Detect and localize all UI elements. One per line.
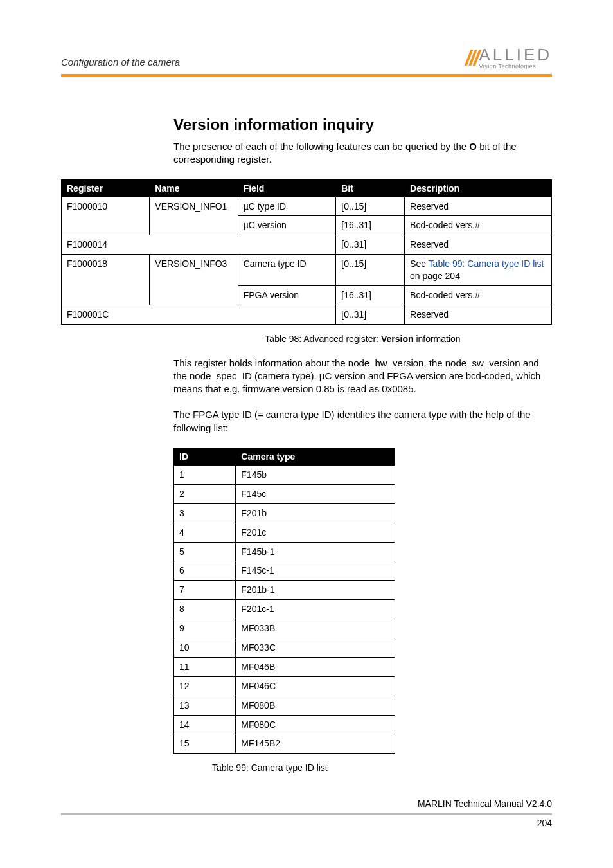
footer-rule <box>61 813 552 815</box>
cell-name <box>150 216 238 235</box>
cell-camera-type: F201c <box>236 523 395 542</box>
header-rule <box>61 74 552 77</box>
cell-camera-type: MF080C <box>236 715 395 734</box>
cell-camera-type: F145c-1 <box>236 561 395 581</box>
intro-pre: The presence of each of the following fe… <box>173 141 469 152</box>
cell-field: Camera type ID <box>238 255 336 286</box>
cell-id: 13 <box>174 696 236 715</box>
cell-id: 5 <box>174 542 236 561</box>
th-id: ID <box>174 448 236 465</box>
logo-sub-text: Vision Technologies <box>479 64 552 69</box>
table-row: 11MF046B <box>174 657 395 676</box>
cell-id: 2 <box>174 484 236 503</box>
cell-camera-type: MF145B2 <box>236 734 395 754</box>
caption-bold: Version <box>381 334 414 344</box>
th-register: Register <box>62 179 150 197</box>
cell-camera-type: F201c-1 <box>236 600 395 619</box>
page-header: Configuration of the camera /// ALLIED V… <box>61 45 552 70</box>
table-row: F100001C [0..31] Reserved <box>62 305 552 324</box>
cell-desc: Bcd-coded vers.# <box>405 285 552 305</box>
logo: /// ALLIED Vision Technologies <box>465 45 552 70</box>
camera-type-table: ID Camera type 1F145b2F145c3F201b4F201c5… <box>173 448 395 754</box>
table-row: 3F201b <box>174 503 395 523</box>
logo-slashes-icon: /// <box>465 45 477 70</box>
footer-text: MARLIN Technical Manual V2.4.0 <box>61 799 552 809</box>
cell-id: 10 <box>174 638 236 658</box>
cross-reference-link[interactable]: Table 99: Camera type ID list <box>429 258 544 269</box>
table-row: µC version [16..31] Bcd-coded vers.# <box>62 216 552 235</box>
cell-register: F100001C <box>62 305 336 324</box>
cell-id: 3 <box>174 503 236 523</box>
desc-pre: See <box>410 258 429 269</box>
table-row: FPGA version [16..31] Bcd-coded vers.# <box>62 285 552 305</box>
table-row: 14MF080C <box>174 715 395 734</box>
table-header-row: ID Camera type <box>174 448 395 465</box>
table-row: 13MF080B <box>174 696 395 715</box>
cell-bit: [16..31] <box>336 216 405 235</box>
th-name: Name <box>150 179 238 197</box>
intro-paragraph: The presence of each of the following fe… <box>173 140 552 167</box>
cell-desc: Reserved <box>405 305 552 324</box>
table-header-row: Register Name Field Bit Description <box>62 179 552 197</box>
cell-desc: Reserved <box>405 197 552 216</box>
cell-id: 12 <box>174 676 236 696</box>
cell-name: VERSION_INFO3 <box>150 255 238 286</box>
cell-field: µC version <box>238 216 336 235</box>
th-field: Field <box>238 179 336 197</box>
table-row: 9MF033B <box>174 619 395 638</box>
cell-bit: [0..31] <box>336 235 405 255</box>
cell-register <box>62 285 150 305</box>
caption-pre: Table 98: Advanced register: <box>265 334 381 344</box>
cell-id: 8 <box>174 600 236 619</box>
th-camera-type: Camera type <box>236 448 395 465</box>
cell-field: µC type ID <box>238 197 336 216</box>
cell-id: 1 <box>174 465 236 484</box>
table-row: 10MF033C <box>174 638 395 658</box>
cell-id: 14 <box>174 715 236 734</box>
page-title: Version information inquiry <box>173 116 552 134</box>
cell-bit: [0..31] <box>336 305 405 324</box>
cell-camera-type: MF046B <box>236 657 395 676</box>
cell-id: 4 <box>174 523 236 542</box>
cell-id: 15 <box>174 734 236 754</box>
table-row: 15MF145B2 <box>174 734 395 754</box>
cell-register <box>62 216 150 235</box>
cell-register: F1000018 <box>62 255 150 286</box>
cell-id: 7 <box>174 581 236 600</box>
cell-camera-type: MF080B <box>236 696 395 715</box>
cell-bit: [0..15] <box>336 255 405 286</box>
table1-caption: Table 98: Advanced register: Version inf… <box>173 334 552 344</box>
cell-camera-type: F201b <box>236 503 395 523</box>
cell-register: F1000010 <box>62 197 150 216</box>
paragraph-1: This register holds information about th… <box>173 357 552 396</box>
cell-name: VERSION_INFO1 <box>150 197 238 216</box>
cell-id: 9 <box>174 619 236 638</box>
cell-bit: [0..15] <box>336 197 405 216</box>
table-row: 7F201b-1 <box>174 581 395 600</box>
page-number: 204 <box>61 818 552 828</box>
table-row: 12MF046C <box>174 676 395 696</box>
table-row: F1000010 VERSION_INFO1 µC type ID [0..15… <box>62 197 552 216</box>
cell-desc: Reserved <box>405 235 552 255</box>
cell-id: 11 <box>174 657 236 676</box>
desc-post: on page 204 <box>410 271 460 281</box>
table-row: 8F201c-1 <box>174 600 395 619</box>
table-row: 1F145b <box>174 465 395 484</box>
cell-camera-type: F145b <box>236 465 395 484</box>
table-row: 6F145c-1 <box>174 561 395 581</box>
cell-name <box>150 285 238 305</box>
table-row: F1000018 VERSION_INFO3 Camera type ID [0… <box>62 255 552 286</box>
cell-camera-type: MF033B <box>236 619 395 638</box>
table-row: F1000014 [0..31] Reserved <box>62 235 552 255</box>
version-register-table: Register Name Field Bit Description F100… <box>61 179 552 325</box>
section-name: Configuration of the camera <box>61 57 180 70</box>
cell-camera-type: F145c <box>236 484 395 503</box>
cell-desc: See Table 99: Camera type ID list on pag… <box>405 255 552 286</box>
paragraph-2: The FPGA type ID (= camera type ID) iden… <box>173 408 552 435</box>
cell-register: F1000014 <box>62 235 336 255</box>
intro-bold: O <box>469 141 477 152</box>
cell-desc: Bcd-coded vers.# <box>405 216 552 235</box>
th-description: Description <box>405 179 552 197</box>
cell-id: 6 <box>174 561 236 581</box>
th-bit: Bit <box>336 179 405 197</box>
